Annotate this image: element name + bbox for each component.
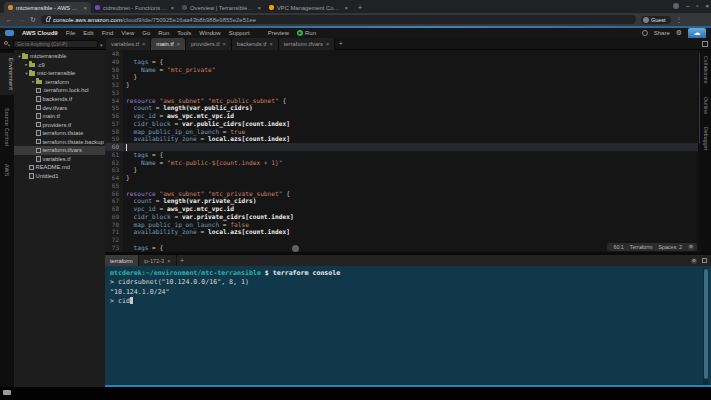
close-window-button[interactable]: × — [705, 3, 709, 9]
close-tab-icon[interactable]: × — [269, 41, 272, 47]
console-tab-terraform[interactable]: terraform — [105, 255, 139, 266]
tree-item[interactable]: ▸.c9 — [14, 61, 105, 70]
console-tab-ip-172-3[interactable]: ip-172-3× — [139, 255, 177, 266]
tree-item[interactable]: Untitled1 — [14, 172, 105, 181]
code-line[interactable]: 49 tags = { — [105, 58, 700, 66]
close-tab-icon[interactable]: × — [83, 5, 87, 11]
tree-item[interactable]: terraform.tfvars — [14, 146, 105, 155]
menu-view[interactable]: View — [121, 30, 134, 36]
code-line[interactable]: 54resource "aws_subnet" "mtc_public_subn… — [105, 97, 700, 105]
console-gear-icon[interactable]: ⚙ — [691, 258, 697, 264]
cursor-position[interactable]: 60:1 — [613, 244, 623, 250]
notifications-icon[interactable] — [642, 30, 648, 36]
run-button[interactable]: ▶ Run — [297, 30, 316, 36]
browser-tab[interactable]: mtcterransible - AWS Cloud9× — [4, 2, 91, 13]
tree-item[interactable]: terraform.tfstate.backup — [14, 137, 105, 146]
menu-support[interactable]: Support — [229, 30, 250, 36]
preferences-gear-icon[interactable]: ⚙ — [676, 29, 682, 37]
address-bar[interactable]: console.aws.amazon.com/cloud9/ide/750925… — [41, 15, 636, 24]
tree-item[interactable]: providers.tf — [14, 120, 105, 129]
code-line[interactable]: 65 — [105, 182, 700, 190]
browser-tab[interactable]: cidrsubnet - Functions - Confi...× — [91, 2, 178, 13]
tree-item[interactable]: ▸.terraform — [14, 78, 105, 87]
sidebar-tab-aws[interactable]: AWS — [4, 159, 10, 181]
panel-tab-collaborate[interactable]: Collaborate — [703, 53, 709, 87]
terminal-scrollbar[interactable] — [703, 268, 708, 385]
sidebar-tab-environment[interactable]: Environment — [0, 53, 14, 95]
editor-tab-variables.tf[interactable]: variables.tf× — [106, 38, 151, 50]
maximize-console-icon[interactable] — [702, 258, 707, 263]
indent-setting[interactable]: Spaces: 2 — [658, 244, 682, 250]
terminal-scrollbar-thumb[interactable] — [704, 269, 708, 379]
code-line[interactable]: 71 availability_zone = local.azs[count.i… — [105, 228, 700, 236]
tree-item[interactable]: variables.tf — [14, 155, 105, 164]
tree-item[interactable]: dev.tfvars — [14, 103, 105, 112]
close-tab-icon[interactable]: × — [167, 258, 170, 264]
code-line[interactable]: 50 Name = "mtc_private" — [105, 66, 700, 74]
menu-go[interactable]: Go — [142, 30, 150, 36]
code-line[interactable]: 64} — [105, 174, 700, 182]
code-line[interactable]: 56 vpc_id = aws_vpc.mtc_vpc.id — [105, 112, 700, 120]
close-tab-icon[interactable]: × — [344, 5, 348, 11]
editor-tab-backends.tf[interactable]: backends.tf× — [232, 38, 279, 50]
editor-tab-providers.tf[interactable]: providers.tf× — [186, 38, 232, 50]
code-line[interactable]: 69 cidr_block = var.private_cidrs[count.… — [105, 213, 700, 221]
terminal[interactable]: mtcderek:~/environment/mtc-terransible $… — [105, 266, 711, 387]
menu-find[interactable]: Find — [102, 30, 114, 36]
code-editor[interactable]: 4849 tags = {50 Name = "mtc_private"51 }… — [105, 50, 700, 252]
editor-tab-main.tf[interactable]: main.tf× — [151, 38, 186, 50]
code-line[interactable]: 67 count = length(var.private_cidrs) — [105, 197, 700, 205]
tree-item[interactable]: main.tf — [14, 112, 105, 121]
menu-edit[interactable]: Edit — [83, 30, 93, 36]
code-line[interactable]: 68 vpc_id = aws_vpc.mtc_vpc.id — [105, 205, 700, 213]
tab-search-icon[interactable] — [673, 3, 679, 9]
tree-item[interactable]: ▾mtc-terransible — [14, 69, 105, 78]
menu-window[interactable]: Window — [199, 30, 220, 36]
tab-list-icon[interactable]: ▾ — [100, 42, 103, 48]
close-tab-icon[interactable]: × — [257, 5, 261, 11]
code-line[interactable]: 66resource "aws_subnet" "mtc_private_sub… — [105, 190, 700, 198]
share-button[interactable]: Share — [654, 30, 670, 36]
browser-tab[interactable]: VPC Management Console× — [265, 2, 352, 13]
tree-item[interactable]: terraform.tfstate — [14, 129, 105, 138]
code-line[interactable]: 70 map_public_ip_on_launch = false — [105, 221, 700, 229]
status-gear-icon[interactable]: ⚙ — [688, 244, 694, 250]
tree-item[interactable]: README.md — [14, 163, 105, 172]
minimize-button[interactable]: – — [686, 3, 689, 9]
sidebar-tab-source-control[interactable]: Source Control — [4, 103, 10, 151]
add-editor-tab-button[interactable]: + — [335, 38, 346, 50]
menu-run[interactable]: Run — [158, 30, 169, 36]
panel-tab-debugger[interactable]: Debugger — [703, 124, 709, 154]
code-line[interactable]: 53 — [105, 89, 700, 97]
profile-button[interactable]: Guest — [641, 16, 671, 24]
editor-tab-terraform.tfvars[interactable]: terraform.tfvars× — [279, 38, 336, 50]
language-mode[interactable]: Terraform — [630, 244, 653, 250]
search-icon[interactable] — [4, 41, 8, 45]
code-line[interactable]: 62 Name = "mtc-public-${count.index + 1}… — [105, 159, 700, 167]
preview-button[interactable]: Preview — [268, 30, 289, 36]
goto-anything-input[interactable]: Go to Anything (Ctrl-P) — [13, 40, 98, 48]
split-view-icon[interactable] — [702, 41, 708, 47]
code-line[interactable]: 58 map_public_ip_on_launch = true — [105, 128, 700, 136]
tree-item[interactable]: .terraform.lock.hcl — [14, 86, 105, 95]
menu-file[interactable]: File — [66, 30, 76, 36]
code-line[interactable]: 63 } — [105, 166, 700, 174]
forward-icon[interactable]: → — [18, 13, 25, 26]
code-line[interactable]: 61 tags = { — [105, 151, 700, 159]
tree-item[interactable]: ▾mtcterransible — [14, 52, 105, 61]
browser-tab[interactable]: Overview | Terransible | mtc-ter...× — [178, 2, 265, 13]
code-line[interactable]: 51 } — [105, 73, 700, 81]
code-line[interactable]: 55 count = length(var.public_cidrs) — [105, 104, 700, 112]
refresh-icon[interactable]: ↻ — [30, 13, 36, 26]
menu-tools[interactable]: Tools — [177, 30, 191, 36]
browser-menu-icon[interactable]: ⋮ — [676, 13, 683, 26]
code-line[interactable]: 48 — [105, 50, 700, 58]
code-line[interactable]: 57 cidr_block = var.public_cidrs[count.i… — [105, 120, 700, 128]
new-terminal-button[interactable]: + — [177, 255, 188, 266]
new-tab-button[interactable]: + — [355, 3, 365, 13]
close-tab-icon[interactable]: × — [142, 41, 145, 47]
code-line[interactable]: 52} — [105, 81, 700, 89]
back-icon[interactable]: ← — [6, 13, 13, 26]
close-tab-icon[interactable]: × — [326, 41, 329, 47]
panel-tab-outline[interactable]: Outline — [703, 94, 709, 117]
